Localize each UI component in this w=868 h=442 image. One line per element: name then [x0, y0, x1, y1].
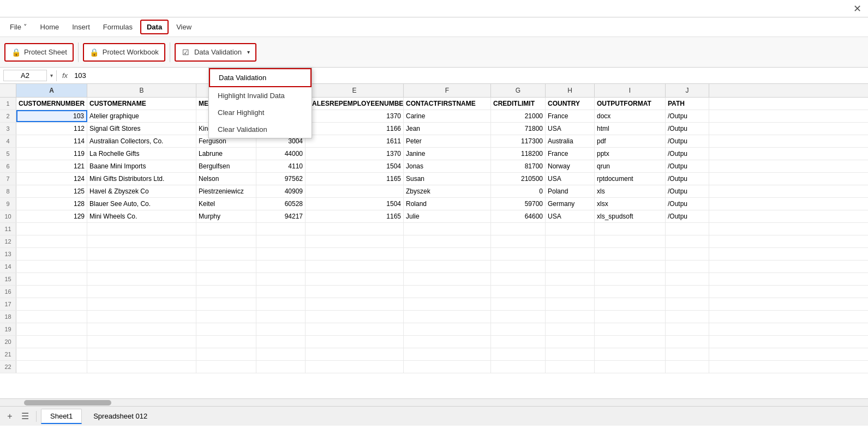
cell[interactable]	[595, 348, 666, 360]
col-header-F[interactable]: F	[404, 84, 491, 97]
cell[interactable]	[666, 235, 709, 247]
cell[interactable]	[306, 185, 404, 197]
cell[interactable]: Australia	[546, 135, 595, 147]
add-sheet-button[interactable]: +	[3, 410, 16, 423]
cell[interactable]: Janine	[404, 148, 491, 160]
cell[interactable]	[666, 323, 709, 335]
cell[interactable]	[491, 248, 546, 260]
cell[interactable]	[595, 298, 666, 310]
cell[interactable]: Germany	[546, 198, 595, 210]
cell[interactable]	[87, 311, 196, 323]
cell[interactable]	[595, 361, 666, 373]
cell[interactable]	[404, 336, 491, 348]
sheet-tab-spreadsheet012[interactable]: Spreadsheet 012	[84, 409, 157, 424]
cell[interactable]	[196, 361, 256, 373]
col-header-I[interactable]: I	[595, 84, 666, 97]
cell[interactable]	[491, 323, 546, 335]
cell[interactable]	[306, 286, 404, 298]
sheet-tab-sheet1[interactable]: Sheet1	[41, 409, 82, 424]
cell[interactable]	[546, 348, 595, 360]
cell[interactable]: Blauer See Auto, Co.	[87, 198, 196, 210]
col-header-E[interactable]: E	[306, 84, 404, 97]
cell[interactable]: Julie	[404, 210, 491, 222]
cell[interactable]: USA	[546, 173, 595, 185]
cell[interactable]	[87, 323, 196, 335]
cell[interactable]	[196, 273, 256, 285]
cell[interactable]: Signal Gift Stores	[87, 123, 196, 135]
cell[interactable]	[306, 336, 404, 348]
cell[interactable]	[491, 336, 546, 348]
cell[interactable]	[256, 235, 306, 247]
col-header-J[interactable]: J	[666, 84, 709, 97]
cell[interactable]	[666, 286, 709, 298]
menu-item-view[interactable]: View	[171, 21, 197, 33]
cell[interactable]	[404, 311, 491, 323]
cell[interactable]: Jean	[404, 123, 491, 135]
cell[interactable]	[404, 261, 491, 273]
cell[interactable]	[306, 298, 404, 310]
cell[interactable]	[546, 235, 595, 247]
menu-item-formulas[interactable]: Formulas	[98, 21, 138, 33]
cell[interactable]: Baane Mini Imports	[87, 160, 196, 172]
hscroll-thumb[interactable]	[24, 400, 111, 405]
cell[interactable]	[491, 261, 546, 273]
dv-menu-item-data-validation[interactable]: Data Validation	[209, 68, 312, 87]
cell[interactable]	[196, 223, 256, 235]
menu-item-home[interactable]: Home	[35, 21, 65, 33]
cell[interactable]: Labrune	[196, 148, 256, 160]
cell[interactable]	[595, 286, 666, 298]
cell[interactable]	[491, 361, 546, 373]
cell[interactable]: /Outpu	[666, 135, 709, 147]
cell[interactable]	[196, 323, 256, 335]
protect-workbook-button[interactable]: 🔒Protect Workbook	[83, 43, 165, 62]
cell[interactable]	[306, 261, 404, 273]
cell[interactable]	[87, 336, 196, 348]
cell[interactable]	[666, 261, 709, 273]
cell[interactable]: Nelson	[196, 173, 256, 185]
cell[interactable]	[546, 248, 595, 260]
cell[interactable]	[595, 311, 666, 323]
close-icon[interactable]: ✕	[853, 3, 861, 15]
cell[interactable]	[87, 286, 196, 298]
cell[interactable]	[404, 323, 491, 335]
cell[interactable]	[546, 223, 595, 235]
cell[interactable]: /Outpu	[666, 198, 709, 210]
cell[interactable]	[404, 235, 491, 247]
cell[interactable]: 4110	[256, 160, 306, 172]
dv-menu-item-clear-validation[interactable]: Clear Validation	[209, 121, 312, 138]
cell[interactable]	[256, 286, 306, 298]
cell[interactable]	[256, 348, 306, 360]
cell[interactable]: /Outpu	[666, 148, 709, 160]
cell[interactable]	[256, 323, 306, 335]
cell[interactable]: xls	[595, 185, 666, 197]
cell[interactable]: 128	[16, 198, 87, 210]
cell[interactable]: 112	[16, 123, 87, 135]
cell[interactable]	[404, 248, 491, 260]
cell[interactable]	[491, 235, 546, 247]
cell[interactable]: 117300	[491, 135, 546, 147]
dv-menu-item-highlight-invalid[interactable]: Highlight Invalid Data	[209, 87, 312, 104]
cell[interactable]: qrun	[595, 160, 666, 172]
cell[interactable]	[306, 223, 404, 235]
cell[interactable]: 1370	[306, 110, 404, 122]
cell[interactable]	[546, 311, 595, 323]
cell[interactable]	[546, 273, 595, 285]
cell[interactable]	[87, 248, 196, 260]
cell[interactable]: /Outpu	[666, 160, 709, 172]
cell[interactable]: pdf	[595, 135, 666, 147]
cell-ref-chevron-icon[interactable]: ▾	[50, 72, 53, 78]
cell[interactable]: Keitel	[196, 198, 256, 210]
cell[interactable]	[546, 361, 595, 373]
cell[interactable]	[16, 336, 87, 348]
cell[interactable]	[16, 273, 87, 285]
cell[interactable]	[491, 311, 546, 323]
cell[interactable]	[666, 223, 709, 235]
cell[interactable]	[491, 348, 546, 360]
cell[interactable]	[16, 323, 87, 335]
cell[interactable]: xlsx	[595, 198, 666, 210]
cell[interactable]	[546, 261, 595, 273]
cell[interactable]: Mini Wheels Co.	[87, 210, 196, 222]
cell[interactable]	[491, 223, 546, 235]
cell[interactable]: 1165	[306, 173, 404, 185]
horizontal-scrollbar[interactable]	[0, 398, 868, 406]
